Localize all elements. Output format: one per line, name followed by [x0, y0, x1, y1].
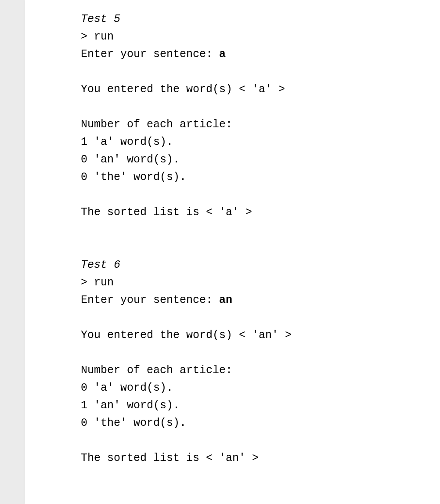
test5-prompt-input: a — [219, 48, 226, 61]
blank-line — [81, 63, 440, 81]
blank-line — [81, 344, 440, 362]
blank-line — [81, 309, 440, 327]
test6-prompt-prefix: Enter your sentence: — [81, 294, 219, 306]
blank-line — [81, 98, 440, 116]
test5-count-a: 1 'a' word(s). — [81, 133, 440, 151]
blank-line — [81, 432, 440, 450]
test5-entered: You entered the word(s) < 'a' > — [81, 81, 440, 98]
test5-prompt-line: Enter your sentence: a — [81, 46, 440, 63]
test6-prompt-input: an — [219, 294, 232, 306]
test5-header: Test 5 — [81, 11, 440, 28]
test5-count-the: 0 'the' word(s). — [81, 169, 440, 186]
test6-prompt-line: Enter your sentence: an — [81, 292, 440, 309]
test5-sorted: The sorted list is < 'a' > — [81, 204, 440, 221]
test6-articles-header: Number of each article: — [81, 362, 440, 379]
blank-line — [81, 239, 440, 256]
document-page: Test 5 > run Enter your sentence: a You … — [25, 0, 440, 504]
test6-count-the: 0 'the' word(s). — [81, 414, 440, 432]
test6-entered: You entered the word(s) < 'an' > — [81, 327, 440, 344]
blank-line — [81, 221, 440, 239]
test6-run: > run — [81, 274, 440, 292]
test6-count-a: 0 'a' word(s). — [81, 379, 440, 397]
test5-prompt-prefix: Enter your sentence: — [81, 48, 219, 61]
test5-articles-header: Number of each article: — [81, 116, 440, 133]
test5-count-an: 0 'an' word(s). — [81, 151, 440, 169]
blank-line — [81, 186, 440, 204]
test6-header: Test 6 — [81, 256, 440, 274]
test6-sorted: The sorted list is < 'an' > — [81, 450, 440, 467]
test5-run: > run — [81, 28, 440, 46]
test6-count-an: 1 'an' word(s). — [81, 397, 440, 414]
